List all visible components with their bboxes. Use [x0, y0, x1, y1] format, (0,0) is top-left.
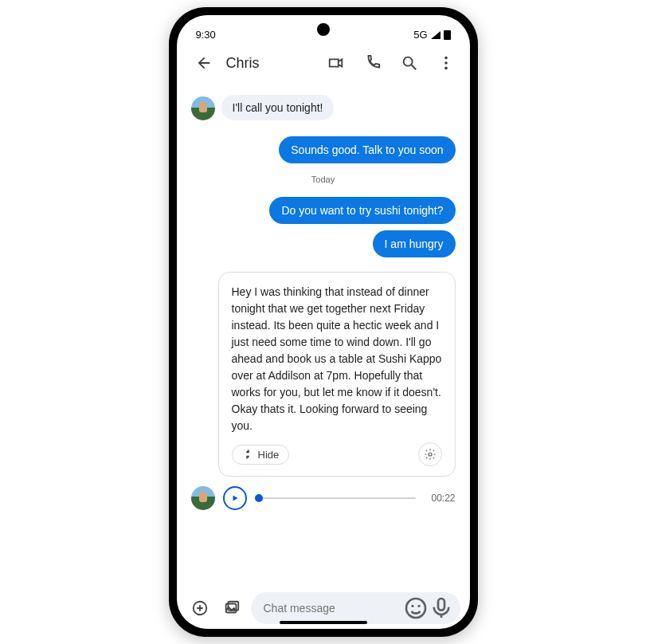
voice-call-button[interactable] [357, 47, 389, 79]
collapse-icon [242, 449, 253, 460]
more-button[interactable] [430, 47, 462, 79]
voice-input-button[interactable] [429, 595, 454, 621]
arrow-left-icon [195, 54, 213, 72]
signal-icon [431, 31, 440, 39]
play-icon [230, 493, 240, 503]
add-attachment-button[interactable] [186, 594, 214, 622]
emoji-icon [403, 595, 429, 621]
audio-track[interactable] [255, 489, 416, 507]
more-vert-icon [437, 54, 455, 72]
app-bar: Chris [177, 42, 470, 84]
emoji-button[interactable] [403, 595, 429, 621]
svg-point-9 [406, 599, 425, 618]
message-outgoing: Do you want to try sushi tonight? [191, 197, 456, 224]
svg-point-0 [403, 57, 412, 66]
status-clock: 9:30 [196, 29, 216, 41]
search-icon [401, 54, 418, 72]
svg-point-5 [429, 453, 432, 456]
audio-duration: 00:22 [424, 493, 456, 504]
gallery-button[interactable] [218, 594, 246, 622]
svg-line-1 [411, 65, 416, 70]
play-button[interactable] [223, 486, 247, 510]
transcript-text: Hey I was thinking that instead of dinne… [232, 284, 442, 434]
status-network: 5G [413, 29, 427, 41]
device-frame: 9:30 5G Chris [169, 7, 478, 637]
playhead[interactable] [255, 494, 263, 502]
day-separator: Today [191, 175, 456, 184]
message-bubble[interactable]: I'll call you tonight! [221, 95, 335, 120]
message-bubble[interactable]: I am hungry [373, 230, 456, 257]
gear-icon [424, 448, 437, 461]
microphone-icon [429, 595, 454, 621]
svg-point-3 [444, 61, 448, 65]
message-bubble[interactable]: Do you want to try sushi tonight? [269, 197, 455, 224]
gallery-icon [223, 599, 241, 617]
back-button[interactable] [188, 47, 220, 79]
svg-point-11 [417, 605, 420, 607]
plus-circle-icon [191, 599, 209, 617]
search-button[interactable] [393, 47, 425, 79]
message-input[interactable] [264, 602, 403, 615]
avatar[interactable] [191, 96, 215, 120]
message-input-container [251, 592, 460, 624]
svg-point-4 [444, 67, 448, 70]
video-call-button[interactable] [320, 47, 352, 79]
svg-point-2 [444, 57, 448, 60]
battery-icon [444, 30, 451, 40]
message-outgoing: I am hungry [191, 230, 456, 257]
phone-icon [364, 54, 382, 72]
conversation-title: Chris [226, 55, 260, 72]
svg-point-10 [411, 605, 413, 607]
transcript-settings-button[interactable] [418, 442, 442, 466]
conversation[interactable]: I'll call you tonight! Sounds good. Talk… [177, 84, 470, 587]
avatar[interactable] [191, 486, 215, 510]
message-bubble[interactable]: Sounds good. Talk to you soon [279, 136, 455, 163]
home-indicator[interactable] [280, 621, 367, 624]
video-camera-icon [327, 54, 345, 72]
hide-label: Hide [258, 449, 280, 461]
voice-message: 00:22 [191, 486, 456, 510]
svg-rect-12 [438, 599, 444, 611]
message-incoming: I'll call you tonight! [191, 95, 456, 120]
message-outgoing: Sounds good. Talk to you soon [191, 136, 456, 163]
front-camera [317, 23, 330, 36]
voice-transcript-card: Hey I was thinking that instead of dinne… [218, 272, 456, 477]
hide-transcript-button[interactable]: Hide [232, 445, 290, 465]
